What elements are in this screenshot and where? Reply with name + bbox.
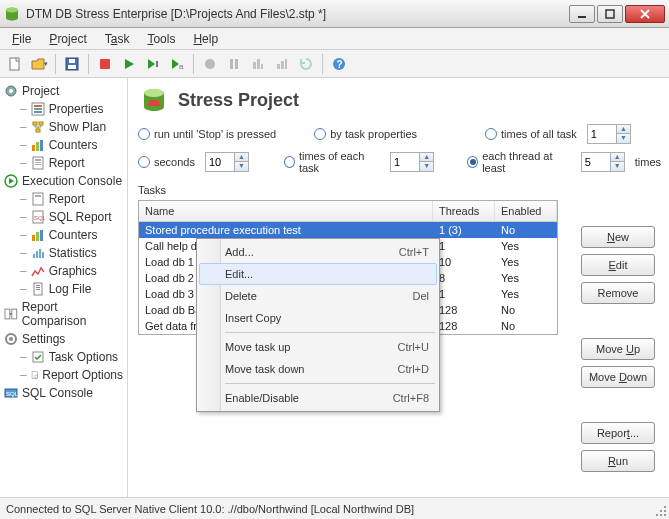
col-threads[interactable]: Threads bbox=[433, 201, 495, 221]
new-button[interactable]: New bbox=[581, 226, 655, 248]
maximize-button[interactable] bbox=[597, 5, 623, 23]
ctx-edit[interactable]: Edit... bbox=[199, 263, 437, 285]
radio-seconds[interactable]: seconds bbox=[138, 156, 195, 168]
move-up-button[interactable]: Move Up bbox=[581, 338, 655, 360]
sidebar-item-task-options[interactable]: –Task Options bbox=[18, 348, 125, 366]
svg-rect-51 bbox=[36, 285, 40, 286]
spin-up-icon[interactable]: ▲ bbox=[234, 153, 248, 162]
move-down-button[interactable]: Move Down bbox=[581, 366, 655, 388]
sidebar-item-exec-counters[interactable]: –Counters bbox=[18, 226, 125, 244]
svg-rect-3 bbox=[606, 10, 614, 18]
sidebar-group-label: Execution Console bbox=[22, 174, 122, 188]
play-step-icon[interactable]: a bbox=[166, 53, 188, 75]
sidebar-item-show-plan[interactable]: –Show Plan bbox=[18, 118, 125, 136]
sidebar-item-report-options[interactable]: –Report Options bbox=[18, 366, 125, 384]
play-alt-icon[interactable] bbox=[142, 53, 164, 75]
save-icon[interactable] bbox=[61, 53, 83, 75]
new-file-icon[interactable] bbox=[4, 53, 26, 75]
ctx-delete[interactable]: DeleteDel bbox=[199, 285, 437, 307]
input-seconds[interactable] bbox=[206, 153, 234, 171]
radio-by-task-properties[interactable]: by task properties bbox=[314, 128, 417, 140]
spin-up-icon[interactable]: ▲ bbox=[610, 153, 624, 162]
spinner-each-thread[interactable]: ▲▼ bbox=[581, 152, 625, 172]
ctx-enable-disable[interactable]: Enable/DisableCtrl+F8 bbox=[199, 387, 437, 409]
spinner-times-each[interactable]: ▲▼ bbox=[390, 152, 434, 172]
stop-red-icon[interactable] bbox=[94, 53, 116, 75]
sidebar-group-project[interactable]: Project bbox=[2, 82, 125, 100]
sidebar-item-counters[interactable]: –Counters bbox=[18, 136, 125, 154]
sidebar-item-graphics[interactable]: –Graphics bbox=[18, 262, 125, 280]
ctx-move-up[interactable]: Move task upCtrl+U bbox=[199, 336, 437, 358]
sidebar: Project –Properties –Show Plan –Counters… bbox=[0, 78, 128, 497]
pause-icon[interactable] bbox=[223, 53, 245, 75]
ctx-move-down[interactable]: Move task downCtrl+D bbox=[199, 358, 437, 380]
sidebar-item-sql-report[interactable]: –SQLSQL Report bbox=[18, 208, 125, 226]
table-row[interactable]: Stored procedure execution test1 (3)No bbox=[139, 222, 557, 238]
report-button[interactable]: Report... bbox=[581, 422, 655, 444]
svg-rect-18 bbox=[281, 61, 284, 69]
close-button[interactable] bbox=[625, 5, 665, 23]
col-name[interactable]: Name bbox=[139, 201, 433, 221]
help-icon[interactable]: ? bbox=[328, 53, 350, 75]
cell-threads: 1 bbox=[433, 240, 495, 252]
spin-up-icon[interactable]: ▲ bbox=[616, 125, 630, 134]
sidebar-group-report-comparison[interactable]: Report Comparison bbox=[2, 298, 125, 330]
svg-rect-7 bbox=[69, 59, 75, 63]
sidebar-item-statistics[interactable]: –Statistics bbox=[18, 244, 125, 262]
sidebar-group-sql-console[interactable]: SQLSQL Console bbox=[2, 384, 125, 402]
menu-help[interactable]: Help bbox=[185, 30, 226, 48]
open-file-icon[interactable]: ▾ bbox=[28, 53, 50, 75]
sidebar-group-execution[interactable]: Execution Console bbox=[2, 172, 125, 190]
play-icon[interactable] bbox=[118, 53, 140, 75]
spin-down-icon[interactable]: ▼ bbox=[610, 162, 624, 171]
sidebar-item-properties[interactable]: –Properties bbox=[18, 100, 125, 118]
meter2-icon[interactable] bbox=[271, 53, 293, 75]
sidebar-item-exec-report[interactable]: –Report bbox=[18, 190, 125, 208]
radio-times-each[interactable]: times of each task bbox=[284, 150, 380, 174]
resize-grip-icon[interactable] bbox=[654, 504, 666, 516]
svg-rect-49 bbox=[42, 252, 44, 258]
menu-task[interactable]: Task bbox=[97, 30, 138, 48]
input-times-each[interactable] bbox=[391, 153, 419, 171]
times-suffix: times bbox=[635, 156, 661, 168]
spin-up-icon[interactable]: ▲ bbox=[419, 153, 433, 162]
sidebar-group-settings[interactable]: Settings bbox=[2, 330, 125, 348]
spinner-seconds[interactable]: ▲▼ bbox=[205, 152, 249, 172]
edit-button[interactable]: Edit bbox=[581, 254, 655, 276]
menu-tools[interactable]: Tools bbox=[139, 30, 183, 48]
run-button[interactable]: Run bbox=[581, 450, 655, 472]
sidebar-item-report[interactable]: –Report bbox=[18, 154, 125, 172]
sidebar-item-log-file[interactable]: –Log File bbox=[18, 280, 125, 298]
compare-icon bbox=[4, 307, 18, 321]
svg-rect-43 bbox=[32, 235, 35, 241]
menu-project[interactable]: Project bbox=[41, 30, 94, 48]
input-times-of-all[interactable] bbox=[588, 125, 616, 143]
sidebar-group-label: Report Comparison bbox=[22, 300, 123, 328]
radio-each-thread[interactable]: each thread at least bbox=[467, 150, 571, 174]
col-enabled[interactable]: Enabled bbox=[495, 201, 557, 221]
spin-down-icon[interactable]: ▼ bbox=[234, 162, 248, 171]
input-each-thread[interactable] bbox=[582, 153, 610, 171]
cell-threads: 128 bbox=[433, 320, 495, 332]
radio-times-of-all[interactable]: times of all task bbox=[485, 128, 577, 140]
svg-rect-29 bbox=[39, 122, 43, 125]
window-title: DTM DB Stress Enterprise [D:\Projects An… bbox=[26, 7, 569, 21]
spinner-times-of-all[interactable]: ▲▼ bbox=[587, 124, 631, 144]
refresh-icon[interactable] bbox=[295, 53, 317, 75]
svg-rect-6 bbox=[68, 65, 76, 69]
spin-down-icon[interactable]: ▼ bbox=[419, 162, 433, 171]
ctx-insert-copy[interactable]: Insert Copy bbox=[199, 307, 437, 329]
spin-down-icon[interactable]: ▼ bbox=[616, 134, 630, 143]
minimize-button[interactable] bbox=[569, 5, 595, 23]
cell-threads: 10 bbox=[433, 256, 495, 268]
svg-rect-12 bbox=[230, 59, 233, 69]
radio-run-until-stop[interactable]: run until 'Stop' is pressed bbox=[138, 128, 276, 140]
meter1-icon[interactable] bbox=[247, 53, 269, 75]
log-icon bbox=[31, 282, 45, 296]
app-icon bbox=[4, 6, 20, 22]
ctx-add[interactable]: Add...Ctrl+T bbox=[199, 241, 437, 263]
menu-file[interactable]: File bbox=[4, 30, 39, 48]
remove-button[interactable]: Remove bbox=[581, 282, 655, 304]
record-icon[interactable] bbox=[199, 53, 221, 75]
cell-threads: 1 (3) bbox=[433, 224, 495, 236]
